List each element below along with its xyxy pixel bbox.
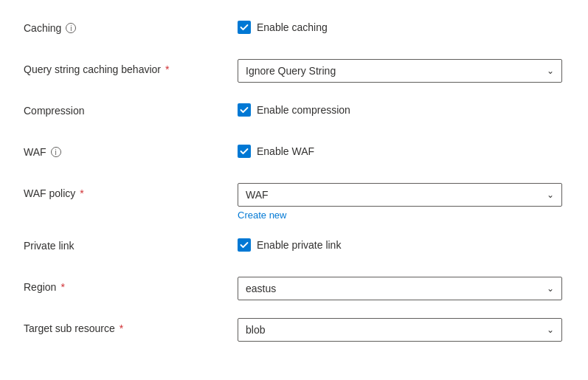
dropdown-target-sub-resource[interactable]: blob⌄	[238, 318, 562, 342]
dropdown-waf-policy[interactable]: WAF⌄	[238, 183, 562, 207]
label-text-query-string: Query string caching behavior	[24, 63, 161, 75]
create-new-link[interactable]: Create new	[238, 210, 564, 221]
label-text-region: Region	[24, 281, 56, 293]
dropdown-value-query-string: Ignore Query String	[246, 65, 336, 77]
label-text-private-link: Private link	[24, 240, 74, 252]
dropdown-value-target-sub-resource: blob	[246, 324, 265, 336]
required-indicator: *	[165, 63, 169, 75]
control-waf-policy: WAF⌄Create new	[238, 183, 564, 221]
label-waf-policy: WAF policy *	[24, 183, 238, 199]
form-row-query-string: Query string caching behavior *Ignore Qu…	[24, 59, 564, 86]
checkbox-row-caching: Enable caching	[238, 18, 564, 34]
dropdown-region[interactable]: eastus⌄	[238, 277, 562, 300]
chevron-down-icon: ⌄	[547, 66, 554, 76]
chevron-down-icon: ⌄	[547, 190, 554, 200]
checkbox-label-compression: Enable compression	[257, 104, 350, 116]
control-caching: Enable caching	[238, 18, 564, 34]
label-compression: Compression	[24, 100, 238, 117]
control-compression: Enable compression	[238, 100, 564, 117]
form-row-waf-policy: WAF policy *WAF⌄Create new	[24, 183, 564, 221]
form-row-target-sub-resource: Target sub resource *blob⌄	[24, 318, 564, 345]
checkbox-label-caching: Enable caching	[257, 21, 328, 33]
control-region: eastus⌄	[238, 277, 564, 300]
chevron-down-icon: ⌄	[547, 283, 554, 294]
checkbox-caching[interactable]	[238, 21, 251, 34]
label-waf: WAFi	[24, 142, 238, 158]
label-query-string: Query string caching behavior *	[24, 59, 238, 75]
checkbox-private-link[interactable]	[238, 238, 251, 252]
label-caching: Cachingi	[24, 18, 238, 34]
form-row-compression: Compression Enable compression	[24, 100, 564, 127]
label-text-caching: Caching	[24, 22, 61, 34]
checkbox-label-private-link: Enable private link	[257, 239, 341, 251]
checkbox-compression[interactable]	[238, 103, 251, 117]
form-row-caching: Cachingi Enable caching	[24, 18, 564, 44]
chevron-down-icon: ⌄	[547, 325, 554, 335]
required-indicator: *	[120, 322, 123, 334]
form-row-private-link: Private link Enable private link	[24, 235, 564, 262]
form-row-waf: WAFi Enable WAF	[24, 142, 564, 168]
label-region: Region *	[24, 277, 238, 293]
info-icon[interactable]: i	[51, 147, 61, 157]
control-waf: Enable WAF	[238, 142, 564, 158]
label-text-waf: WAF	[24, 146, 46, 158]
control-target-sub-resource: blob⌄	[238, 318, 564, 342]
required-indicator: *	[60, 281, 64, 293]
checkbox-label-waf: Enable WAF	[257, 145, 314, 157]
label-text-target-sub-resource: Target sub resource	[24, 322, 115, 334]
form-row-region: Region *eastus⌄	[24, 277, 564, 303]
label-text-waf-policy: WAF policy	[24, 187, 75, 199]
checkbox-row-compression: Enable compression	[238, 100, 564, 117]
control-query-string: Ignore Query String⌄	[238, 59, 564, 83]
required-indicator: *	[80, 187, 83, 199]
dropdown-value-waf-policy: WAF	[246, 189, 269, 201]
label-private-link: Private link	[24, 235, 238, 252]
dropdown-query-string[interactable]: Ignore Query String⌄	[238, 59, 562, 83]
dropdown-value-region: eastus	[246, 283, 276, 294]
checkbox-waf[interactable]	[238, 145, 251, 158]
label-target-sub-resource: Target sub resource *	[24, 318, 238, 334]
checkbox-row-private-link: Enable private link	[238, 235, 564, 252]
label-text-compression: Compression	[24, 105, 84, 117]
control-private-link: Enable private link	[238, 235, 564, 252]
form-container: Cachingi Enable cachingQuery string cach…	[0, 0, 588, 377]
checkbox-row-waf: Enable WAF	[238, 142, 564, 158]
info-icon[interactable]: i	[66, 23, 76, 33]
